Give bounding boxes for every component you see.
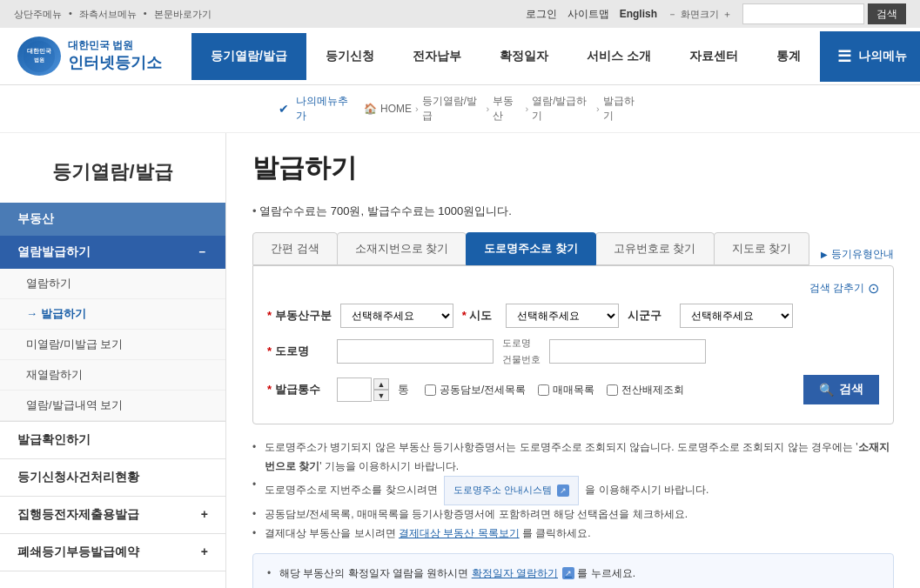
sidebar-section-digital[interactable]: 집행등전자제출용발급 + <box>0 497 225 534</box>
login-button[interactable]: 로그인 <box>526 7 557 22</box>
cb1-label[interactable]: 공동담보/전세목록 <box>425 383 526 398</box>
search-collapse-bar[interactable]: 검색 감추기 ⊙ <box>267 280 879 297</box>
sidebar-item-history[interactable]: 열람/발급내역 보기 <box>0 391 225 421</box>
sidebar-item-issue[interactable]: 발급하기 <box>0 299 225 330</box>
sidebar-submenu: 열람발급하기 － 열람하기 발급하기 미열람/미발급 보기 재열람하기 열람/발… <box>0 236 225 422</box>
notice-item-1: 도로명주소가 병기되지 않은 부동산 등기사항증명서는 도로명주소로 조회되지 … <box>252 438 894 476</box>
info-box: 해당 부동산의 확정일자 열람을 원하시면 확정일자 열람하기 ↗ 를 누르세요… <box>252 553 894 588</box>
sidebar-section-digital-label: 집행등전자제출용발급 <box>17 507 139 523</box>
english-button[interactable]: English <box>620 8 657 20</box>
sidebar-item-unissued[interactable]: 미열람/미발급 보기 <box>0 330 225 360</box>
registry-guide-link[interactable]: 등기유형안내 <box>821 247 894 265</box>
city-label: 시도 <box>462 308 497 324</box>
county-select[interactable]: 선택해주세요 <box>680 304 793 328</box>
tab-address[interactable]: 소재지번으로 찾기 <box>337 232 467 265</box>
sidebar-section-status[interactable]: 등기신청사건처리현황 <box>0 459 225 497</box>
tab-map[interactable]: 지도로 찾기 <box>714 232 810 265</box>
road-address-system-link[interactable]: 도로명주소 안내시스템 ↗ <box>444 476 579 505</box>
sitemap-button[interactable]: 사이트맵 <box>567 7 609 22</box>
sidebar-section-confirm[interactable]: 발급확인하기 <box>0 422 225 459</box>
breadcrumb-path3[interactable]: 열람/발급하기 <box>532 94 593 124</box>
qty-down-arrow[interactable]: ▼ <box>373 390 389 401</box>
logo-icon: 대한민국 법원 <box>17 37 61 76</box>
link-left-menu[interactable]: 좌측서브메뉴 <box>79 8 137 21</box>
cb3-label[interactable]: 전산배제조회 <box>607 383 684 398</box>
building-number-input[interactable] <box>549 339 706 364</box>
logo-line1: 대한민국 법원 <box>68 38 162 53</box>
checkbox-group: 공동담보/전세목록 매매목록 전산배제조회 <box>425 383 684 398</box>
sidebar-title: 등기열람/발급 <box>0 133 225 203</box>
cb2-checkbox[interactable] <box>538 384 549 396</box>
nav-item-payment[interactable]: 전자납부 <box>393 33 480 80</box>
cb3-text: 전산배제조회 <box>621 383 684 398</box>
search-button[interactable]: 🔍 검색 <box>803 375 879 404</box>
nav-item-data[interactable]: 자료센터 <box>670 33 757 80</box>
my-menu-button[interactable]: ☰ 나의메뉴 <box>820 31 920 82</box>
cb1-checkbox[interactable] <box>425 384 436 396</box>
nav-items: 등기열람/발급 등기신청 전자납부 확정일자 서비스 소개 자료센터 통계 <box>191 33 820 80</box>
qty-up-arrow[interactable]: ▲ <box>373 378 389 390</box>
font-size-label: 화면크기 <box>681 8 719 21</box>
collapse-label: 검색 감추기 <box>809 281 864 296</box>
hamburger-icon: ☰ <box>837 47 851 66</box>
increase-font-icon[interactable]: ＋ <box>722 8 732 21</box>
confirm-date-link[interactable]: 확정일자 열람하기 ↗ <box>472 565 574 582</box>
sidebar-menu-header[interactable]: 열람발급하기 － <box>0 236 225 269</box>
decrease-font-icon[interactable]: － <box>668 8 677 21</box>
top-search-input[interactable] <box>742 3 864 24</box>
form-row-2: 도로명 도로명 건물번호 <box>267 337 879 366</box>
property-type-select[interactable]: 선택해주세요 <box>340 304 453 328</box>
sidebar-item-review[interactable]: 재열람하기 <box>0 360 225 391</box>
ext-icon-1: ↗ <box>557 484 569 497</box>
link-sep1: • <box>69 8 72 21</box>
qty-input[interactable]: 1 <box>337 378 372 402</box>
top-search-button[interactable]: 검색 <box>868 3 906 24</box>
cb3-checkbox[interactable] <box>607 384 618 396</box>
svg-text:법원: 법원 <box>34 57 44 63</box>
cb2-label[interactable]: 매매목록 <box>538 383 594 398</box>
my-menu-add-link[interactable]: 나의메뉴추가 <box>296 94 354 124</box>
tab-road[interactable]: 도로명주소로 찾기 <box>466 232 596 265</box>
sidebar-menu-minus-icon: － <box>196 244 208 260</box>
link-main-content[interactable]: 본문바로가기 <box>154 8 212 21</box>
link-top-menu[interactable]: 상단주메뉴 <box>14 8 62 21</box>
main-navigation: 대한민국 법원 대한민국 법원 인터넷등기소 등기열람/발급 등기신청 전자납부… <box>0 28 920 85</box>
svg-point-0 <box>24 41 55 72</box>
breadcrumb: ✔ 나의메뉴추가 🏠 HOME › 등기열람/발급 › 부동산 › 열람/발급하… <box>0 85 920 133</box>
qty-unit: 통 <box>398 382 409 398</box>
breadcrumb-sep0 <box>358 103 360 115</box>
nav-item-stats[interactable]: 통계 <box>757 33 820 80</box>
top-search-box: 검색 <box>742 3 906 24</box>
info-box-item: 해당 부동산의 확정일자 열람을 원하시면 확정일자 열람하기 ↗ 를 누르세요… <box>267 565 879 582</box>
qty-arrows: ▲ ▼ <box>373 378 389 401</box>
city-select[interactable]: 선택해주세요 <box>506 304 619 328</box>
breadcrumb-path2[interactable]: 부동산 <box>493 94 521 124</box>
form-row-3: 발급통수 1 ▲ ▼ 통 공동담보/전세목록 매매목 <box>267 375 879 404</box>
payment-target-link[interactable]: 결제대상 부동산 목록보기 <box>399 527 520 539</box>
collapse-icon: ⊙ <box>868 280 879 297</box>
nav-item-service[interactable]: 서비스 소개 <box>567 33 670 80</box>
sidebar-item-view[interactable]: 열람하기 <box>0 269 225 299</box>
check-icon: ✔ <box>279 102 289 116</box>
breadcrumb-path1[interactable]: 등기열람/발급 <box>422 94 483 124</box>
tab-unique[interactable]: 고유번호로 찾기 <box>595 232 715 265</box>
cb2-text: 매매목록 <box>553 383 594 398</box>
nav-item-application[interactable]: 등기신청 <box>306 33 393 80</box>
my-menu-label: 나의메뉴 <box>858 49 907 64</box>
sidebar-section-closed-plus: + <box>201 545 208 560</box>
sidebar-section-closed[interactable]: 폐쇄등기부등발급예약 + <box>0 534 225 571</box>
sidebar-menu-title: 열람발급하기 <box>17 244 91 260</box>
sidebar-section-realestate[interactable]: 부동산 <box>0 203 225 236</box>
fee-notice: 열람수수료는 700원, 발급수수료는 1000원입니다. <box>252 204 894 219</box>
notice-item-4: 결제대상 부동산을 보시려면 결제대상 부동산 목록보기 를 클릭하세요. <box>252 525 894 544</box>
road-name-label: 도로명 <box>267 344 328 359</box>
tab-quick[interactable]: 간편 검색 <box>252 232 338 265</box>
sidebar-section-closed-label: 폐쇄등기부등발급예약 <box>17 545 139 560</box>
road-name-input[interactable] <box>337 339 494 364</box>
nav-item-registry[interactable]: 등기열람/발급 <box>191 33 306 80</box>
info-box-text: 해당 부동산의 확정일자 열람을 원하시면 <box>279 567 468 579</box>
main-content: 발급하기 열람수수료는 700원, 발급수수료는 1000원입니다. 간편 검색… <box>226 133 920 588</box>
nav-item-date[interactable]: 확정일자 <box>480 33 567 80</box>
breadcrumb-home[interactable]: HOME <box>380 103 412 115</box>
svg-text:대한민국: 대한민국 <box>27 48 51 55</box>
